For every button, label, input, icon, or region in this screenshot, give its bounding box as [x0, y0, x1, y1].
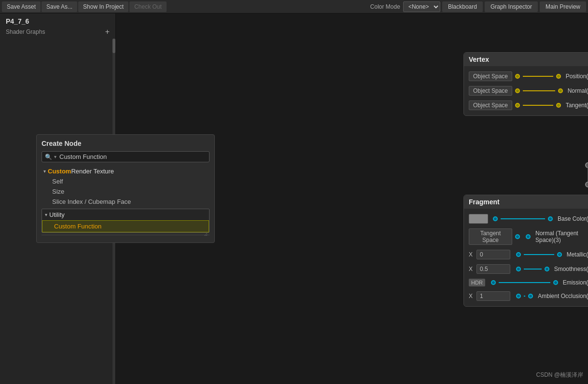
vertex-normal-input[interactable]: Object Space — [469, 86, 512, 96]
fragment-emission-output: Emission(3) — [563, 279, 588, 286]
resize-handle[interactable]: ⊿ — [204, 231, 208, 237]
fragment-basecolor-row: Base Color(3) — [464, 212, 588, 226]
fragment-smoothness-output: Smoothness(1) — [554, 266, 588, 272]
fragment-node-body: Base Color(3) Tangent Space Normal (Tang… — [464, 209, 588, 306]
toolbar: Save Asset Save As... Show In Project Ch… — [0, 0, 588, 14]
node-slice-index[interactable]: Slice Index / Cubemap Face — [42, 197, 210, 207]
create-node-bottom: ⊿ — [42, 235, 210, 238]
fragment-basecolor-line — [501, 218, 545, 219]
vertex-tangent-dot-left — [515, 103, 520, 108]
create-node-panel: Create Node 🔍 ▾ ▾ Custom Render Texture … — [36, 134, 215, 243]
fragment-emission-dot-left — [491, 280, 496, 285]
category-custom-render-texture[interactable]: ▾ Custom Render Texture — [42, 166, 210, 176]
color-mode-label: Color Mode — [370, 3, 400, 10]
search-input[interactable] — [59, 153, 206, 160]
category-highlight: Custom — [48, 168, 71, 175]
vertex-tangent-line — [523, 105, 553, 106]
node-self[interactable]: Self — [42, 176, 210, 186]
fragment-ao-output: Ambient Occlusion(1) — [538, 293, 588, 299]
add-shader-button[interactable]: + — [105, 28, 110, 36]
vertex-tangent-row: Object Space Tangent(3) — [464, 98, 588, 113]
vertex-tangent-dot-right — [556, 103, 561, 108]
fragment-basecolor-dot-right — [548, 216, 553, 221]
ao-prefix: X — [469, 293, 473, 299]
fragment-metallic-line — [524, 254, 554, 255]
fragment-metallic-dot-right — [557, 252, 562, 257]
vertex-position-line — [523, 76, 553, 77]
fragment-smoothness-row: X 0.5 Smoothness(1) — [464, 262, 588, 276]
project-header: P4_7_6 — [0, 14, 115, 27]
main-preview-button[interactable]: Main Preview — [540, 1, 586, 12]
base-color-swatch[interactable] — [469, 214, 488, 224]
vertex-position-input[interactable]: Object Space — [469, 71, 512, 81]
metallic-input[interactable]: 0 — [476, 250, 510, 259]
fragment-metallic-dot-left — [516, 252, 521, 257]
vertex-node-body: Object Space Position(3) Object Space No… — [464, 66, 588, 115]
fragment-emission-row: HDR Emission(3) — [464, 276, 588, 289]
vertex-node: Vertex Object Space Position(3) Object S… — [463, 52, 588, 116]
search-icon: 🔍 — [45, 154, 52, 160]
color-mode-select[interactable]: <None> — [403, 1, 440, 12]
fragment-normal-row: Tangent Space Normal (Tangent Space)(3) — [464, 226, 588, 247]
fragment-emission-dot-right — [553, 280, 558, 285]
vertex-node-header: Vertex — [464, 53, 588, 66]
fragment-normal-dot-left — [515, 234, 520, 239]
fragment-emission-line — [499, 282, 550, 283]
vertex-position-row: Object Space Position(3) — [464, 69, 588, 84]
hdr-badge: HDR — [469, 279, 485, 286]
save-as-button[interactable]: Save As... — [42, 1, 77, 12]
fragment-basecolor-output: Base Color(3) — [558, 215, 588, 222]
vertex-normal-row: Object Space Normal(3) — [464, 84, 588, 98]
vertex-tangent-output: Tangent(3) — [566, 102, 588, 109]
fragment-metallic-row: X 0 Metallic(1) — [464, 247, 588, 262]
ao-input[interactable]: 1 — [476, 291, 510, 301]
blackboard-button[interactable]: Blackboard — [442, 1, 483, 12]
fragment-smoothness-dot-right — [545, 267, 549, 271]
fragment-node: Fragment Base Color(3) Tangent Space No — [463, 195, 588, 307]
utility-arrow: ▾ — [45, 212, 47, 217]
fragment-ao-dot-right — [528, 294, 533, 299]
fragment-normal-input[interactable]: Tangent Space — [469, 228, 512, 245]
save-asset-button[interactable]: Save Asset — [2, 1, 41, 12]
fragment-ao-line — [524, 296, 525, 297]
search-row: 🔍 ▾ — [42, 151, 210, 162]
vertex-normal-dot-left — [515, 88, 520, 93]
search-dropdown-arrow[interactable]: ▾ — [54, 154, 56, 159]
utility-section: ▾ Utility Custom Function — [42, 209, 210, 233]
node-list: ▾ Custom Render Texture Self Size Slice … — [42, 166, 210, 233]
utility-label: Utility — [49, 211, 65, 218]
connector-dot2 — [585, 182, 588, 187]
project-title: P4_7_6 — [6, 17, 29, 25]
category-arrow: ▾ — [43, 169, 46, 174]
vertex-position-dot-right — [556, 74, 561, 79]
fragment-basecolor-dot-left — [493, 216, 498, 221]
fragment-ao-row: X 1 Ambient Occlusion(1) — [464, 289, 588, 303]
fragment-smoothness-dot-left — [516, 267, 521, 271]
smoothness-input[interactable]: 0.5 — [476, 264, 510, 274]
graph-inspector-button[interactable]: Graph Inspector — [485, 1, 538, 12]
fragment-smoothness-line — [524, 269, 542, 270]
utility-header[interactable]: ▾ Utility — [42, 209, 209, 220]
fragment-node-header: Fragment — [464, 195, 588, 209]
custom-function-item[interactable]: Custom Function — [42, 220, 209, 232]
shader-graphs-label: Shader Graphs — [6, 28, 45, 35]
fragment-normal-output: Normal (Tangent Space)(3) — [535, 230, 588, 243]
shader-graphs-row: Shader Graphs + — [0, 27, 115, 39]
watermark: CSDN @楠溪泽岸 — [536, 371, 583, 379]
fragment-normal-dot-right — [526, 234, 531, 239]
vertex-tangent-input[interactable]: Object Space — [469, 100, 512, 110]
vertex-position-output: Position(3) — [566, 73, 588, 80]
show-in-project-button[interactable]: Show In Project — [78, 1, 128, 12]
fragment-ao-dot-left — [516, 294, 521, 299]
metallic-prefix: X — [469, 251, 473, 258]
node-size[interactable]: Size — [42, 186, 210, 197]
vertex-normal-dot-right — [558, 88, 563, 93]
vertex-normal-line — [523, 90, 555, 91]
vertex-normal-output: Normal(3) — [568, 87, 588, 94]
category-rest: Render Texture — [71, 168, 114, 175]
check-out-button[interactable]: Check Out — [129, 1, 167, 12]
smoothness-prefix: X — [469, 266, 473, 272]
create-node-title: Create Node — [42, 140, 210, 147]
scrollbar-thumb[interactable] — [112, 39, 115, 53]
fragment-metallic-output: Metallic(1) — [567, 251, 588, 258]
